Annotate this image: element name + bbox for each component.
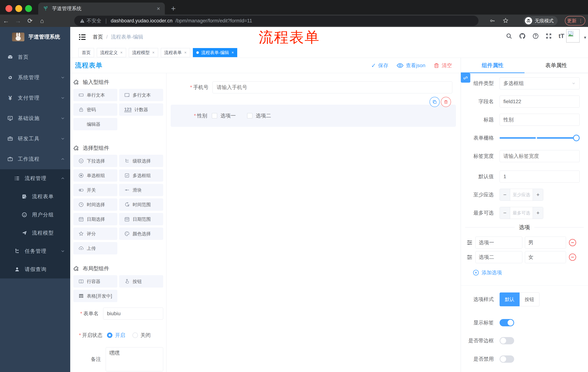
sidebar-item-leave-query[interactable]: 请假查询 bbox=[0, 260, 70, 278]
palette-item-counter[interactable]: 123 计数器 bbox=[119, 103, 163, 116]
tab-form-props[interactable]: 表单属性 bbox=[525, 58, 588, 73]
fullscreen-icon[interactable] bbox=[546, 33, 552, 39]
plus-icon[interactable]: + bbox=[533, 207, 543, 219]
home-icon[interactable]: ⌂ bbox=[36, 17, 48, 24]
palette-item-editor[interactable]: 编辑器 bbox=[73, 118, 117, 130]
palette-item-row-container[interactable]: 行容器 bbox=[73, 275, 117, 287]
option-label-input[interactable] bbox=[475, 237, 522, 249]
slider-track[interactable] bbox=[500, 137, 580, 139]
tag-close-icon[interactable]: × bbox=[152, 50, 155, 55]
option-value-input[interactable] bbox=[525, 237, 566, 249]
help-icon[interactable] bbox=[532, 33, 539, 39]
sidebar-item-task-mgmt[interactable]: 任务管理 bbox=[0, 242, 70, 260]
delete-component-button[interactable] bbox=[441, 97, 451, 107]
gender-option-2[interactable]: 选项二 bbox=[247, 112, 271, 119]
tag-close-icon[interactable]: × bbox=[184, 50, 187, 55]
sidebar-collapse-icon[interactable] bbox=[78, 33, 86, 41]
link-tag[interactable] bbox=[461, 73, 470, 83]
border-toggle[interactable] bbox=[500, 337, 514, 344]
sidebar-item-process-mgmt[interactable]: 流程管理 bbox=[0, 169, 70, 187]
palette-item-time-range[interactable]: 时间范围 bbox=[119, 198, 163, 211]
form-canvas[interactable]: *手机号 *性别 选项一 选项二 bbox=[167, 73, 461, 372]
palette-item-radio-group[interactable]: 单选框组 bbox=[73, 169, 117, 182]
show-label-toggle[interactable] bbox=[500, 319, 514, 326]
selected-component-gender[interactable]: *性别 选项一 选项二 bbox=[171, 105, 456, 127]
palette-item-checkbox-group[interactable]: 多选框组 bbox=[119, 169, 163, 182]
palette-item-color-picker[interactable]: 颜色选择 bbox=[119, 227, 163, 240]
palette-item-upload[interactable]: 上传 bbox=[73, 242, 117, 255]
bookmark-star-icon[interactable] bbox=[503, 18, 509, 24]
field-name-input[interactable] bbox=[500, 96, 580, 107]
min-select-value[interactable]: 至少应选 bbox=[510, 189, 533, 201]
label-width-input[interactable] bbox=[500, 150, 580, 162]
checkbox-icon[interactable] bbox=[212, 113, 217, 118]
tag-process-form[interactable]: 流程表单× bbox=[161, 48, 190, 57]
tag-close-icon[interactable]: × bbox=[120, 50, 123, 55]
tag-process-definition[interactable]: 流程定义× bbox=[97, 48, 126, 57]
plus-icon[interactable]: + bbox=[533, 189, 543, 201]
address-bar[interactable]: 不安全 | dashboard.yudao.iocoder.cn/bpm/man… bbox=[74, 16, 478, 26]
sidebar-item-workflow[interactable]: 工作流程 bbox=[0, 149, 70, 169]
reload-icon[interactable]: ⟳ bbox=[24, 17, 36, 24]
security-warning[interactable]: 不安全 bbox=[80, 18, 101, 24]
form-name-input[interactable] bbox=[103, 308, 163, 319]
option-value-input[interactable] bbox=[525, 251, 566, 263]
window-close-button[interactable] bbox=[5, 5, 12, 12]
tag-home[interactable]: 首页 bbox=[78, 48, 94, 57]
sidebar-item-process-model[interactable]: 流程模型 bbox=[0, 224, 70, 242]
tag-process-model[interactable]: 流程模型× bbox=[129, 48, 158, 57]
palette-item-table[interactable]: 表格[开发中] bbox=[73, 290, 117, 302]
status-off-radio[interactable]: 关闭 bbox=[132, 332, 151, 339]
browser-menu-kebab-icon[interactable]: ⋮ bbox=[578, 18, 583, 24]
slider-handle[interactable] bbox=[573, 135, 580, 141]
save-button[interactable]: ✓ 保存 bbox=[371, 62, 388, 69]
remove-option-icon[interactable] bbox=[568, 253, 577, 261]
palette-item-date-picker[interactable]: 日期选择 bbox=[73, 213, 117, 225]
option-label-input[interactable] bbox=[475, 251, 522, 263]
tag-close-icon[interactable]: × bbox=[231, 50, 234, 55]
style-default-button[interactable]: 默认 bbox=[500, 292, 520, 306]
window-minimize-button[interactable] bbox=[15, 5, 22, 12]
palette-item-rate[interactable]: 评分 bbox=[73, 227, 117, 240]
tab-component-props[interactable]: 组件属性 bbox=[461, 58, 525, 73]
minus-icon[interactable]: − bbox=[500, 189, 510, 201]
default-value-input[interactable] bbox=[500, 170, 580, 182]
avatar-caret-icon[interactable]: ▾ bbox=[584, 35, 586, 40]
new-tab-button[interactable]: + bbox=[171, 4, 176, 13]
browser-tab[interactable]: 芋道管理系统 × bbox=[38, 2, 165, 15]
checkbox-icon[interactable] bbox=[247, 113, 252, 118]
view-json-button[interactable]: 查看json bbox=[396, 62, 425, 69]
password-key-icon[interactable] bbox=[489, 18, 495, 24]
max-select-value[interactable]: 最多可选 bbox=[510, 207, 533, 219]
breadcrumb-home[interactable]: 首页 bbox=[93, 33, 103, 40]
avatar[interactable] bbox=[566, 29, 580, 43]
copy-component-button[interactable] bbox=[430, 97, 440, 107]
form-remark-textarea[interactable]: 嘿嘿 bbox=[106, 347, 163, 371]
remove-option-icon[interactable] bbox=[568, 239, 577, 247]
sidebar-item-process-form[interactable]: 流程表单 bbox=[0, 187, 70, 206]
sidebar-item-devtools[interactable]: 研发工具 bbox=[0, 128, 70, 149]
grid-slider[interactable] bbox=[500, 132, 580, 144]
github-icon[interactable] bbox=[519, 32, 526, 40]
tab-close-icon[interactable]: × bbox=[157, 5, 160, 12]
component-type-select[interactable]: 多选框组 bbox=[500, 77, 580, 89]
sidebar-item-infra[interactable]: 基础设施 bbox=[0, 108, 70, 128]
style-button-button[interactable]: 按钮 bbox=[520, 292, 539, 306]
title-input[interactable] bbox=[500, 114, 580, 126]
palette-item-single-text[interactable]: 单行文本 bbox=[73, 89, 117, 101]
search-icon[interactable] bbox=[506, 33, 512, 39]
status-on-radio[interactable]: 开启 bbox=[107, 332, 125, 339]
add-option-button[interactable]: 添加选项 bbox=[473, 269, 588, 276]
font-size-icon[interactable]: tT bbox=[558, 32, 564, 40]
max-select-stepper[interactable]: − 最多可选 + bbox=[500, 207, 543, 219]
min-select-stepper[interactable]: − 至少应选 + bbox=[500, 189, 543, 201]
palette-item-time-picker[interactable]: 时间选择 bbox=[73, 198, 117, 211]
update-button[interactable]: 更新 ⋮ bbox=[565, 16, 585, 25]
sidebar-item-home[interactable]: 首页 bbox=[0, 47, 70, 67]
drag-handle-icon[interactable] bbox=[466, 254, 473, 260]
sidebar-item-payment[interactable]: ¥ 支付管理 bbox=[0, 88, 70, 108]
window-zoom-button[interactable] bbox=[25, 5, 32, 12]
palette-item-button[interactable]: 按钮 bbox=[119, 275, 163, 287]
gender-option-1[interactable]: 选项一 bbox=[212, 112, 236, 119]
palette-item-password[interactable]: 密码 bbox=[73, 103, 117, 116]
